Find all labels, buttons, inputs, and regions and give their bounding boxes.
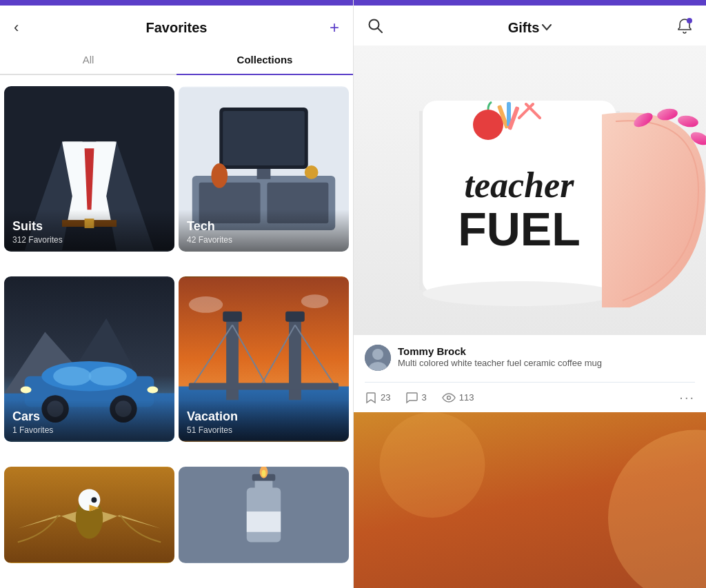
vacation-name: Vacation <box>187 409 341 424</box>
more-options-button[interactable]: ··· <box>679 389 695 405</box>
product-image: teacher FUEL <box>354 45 706 335</box>
cars-count: 1 Favorites <box>12 425 166 435</box>
svg-rect-15 <box>257 169 271 179</box>
bookmark-count: 23 <box>381 392 390 403</box>
bookmark-stat: 23 <box>365 392 390 404</box>
tab-all[interactable]: All <box>0 45 176 74</box>
svg-point-57 <box>262 470 266 477</box>
search-button[interactable] <box>367 18 383 37</box>
svg-rect-41 <box>223 312 242 322</box>
suits-count: 312 Favorites <box>12 235 166 245</box>
right-top-bar <box>354 0 706 6</box>
collection-card-vacation[interactable]: Vacation 51 Favorites <box>179 276 349 442</box>
svg-point-64 <box>423 281 616 306</box>
svg-point-78 <box>447 396 450 399</box>
svg-point-67 <box>473 110 503 140</box>
back-button[interactable]: ‹ <box>14 19 34 37</box>
svg-point-25 <box>89 367 127 386</box>
favorites-tabs: All Collections <box>0 45 353 75</box>
svg-rect-42 <box>285 312 305 322</box>
view-stat: 113 <box>442 392 474 403</box>
svg-point-76 <box>372 349 383 360</box>
svg-text:FUEL: FUEL <box>458 203 581 255</box>
suits-name: Suits <box>12 219 166 234</box>
add-collection-button[interactable]: + <box>330 18 339 37</box>
tab-collections[interactable]: Collections <box>176 45 353 74</box>
eagle-image <box>4 467 174 563</box>
tech-count: 42 Favorites <box>187 235 341 245</box>
notification-button[interactable] <box>677 18 692 37</box>
svg-text:teacher: teacher <box>465 165 575 205</box>
svg-rect-55 <box>247 511 281 532</box>
svg-point-24 <box>53 367 91 386</box>
svg-point-30 <box>147 387 158 394</box>
comment-count: 3 <box>421 392 426 403</box>
favorites-title: Favorites <box>146 20 208 36</box>
vacation-count: 51 Favorites <box>187 425 341 435</box>
svg-point-43 <box>189 296 223 313</box>
svg-point-16 <box>211 163 228 188</box>
svg-rect-14 <box>223 111 305 165</box>
collection-card-eagle[interactable] <box>4 467 174 563</box>
vacation-overlay: Vacation 51 Favorites <box>179 400 349 442</box>
svg-point-50 <box>91 497 97 503</box>
bottom-preview <box>354 412 706 588</box>
notification-badge <box>687 18 692 23</box>
svg-point-17 <box>305 165 319 179</box>
svg-point-31 <box>21 387 32 394</box>
collection-card-suits[interactable]: Suits 312 Favorites <box>4 86 174 252</box>
svg-rect-62 <box>419 111 423 290</box>
collection-card-cars[interactable]: Cars 1 Favorites <box>4 276 174 442</box>
svg-point-44 <box>301 294 329 308</box>
cars-overlay: Cars 1 Favorites <box>4 400 174 442</box>
tech-name: Tech <box>187 219 341 234</box>
chevron-down-icon <box>542 24 552 31</box>
product-info: Tommy Brock Multi colored white teacher … <box>354 335 706 382</box>
search-icon <box>367 18 383 33</box>
bottle-image <box>179 467 349 563</box>
seller-name: Tommy Brock <box>398 345 695 357</box>
svg-line-59 <box>378 28 382 32</box>
seller-row: Tommy Brock Multi colored white teacher … <box>365 345 695 371</box>
right-header: Gifts <box>354 6 706 45</box>
collection-card-bottle[interactable] <box>179 467 349 563</box>
bookmark-icon <box>365 392 377 404</box>
gifts-title: Gifts <box>508 20 540 36</box>
left-panel: ‹ Favorites + All Collections <box>0 0 354 588</box>
collections-grid: Suits 312 Favorites <box>0 82 353 588</box>
seller-info: Tommy Brock Multi colored white teacher … <box>398 345 695 369</box>
left-header: ‹ Favorites + <box>0 6 353 45</box>
left-top-bar <box>0 0 353 6</box>
product-description: Multi colored white teacher fuel ceramic… <box>398 357 695 369</box>
svg-point-81 <box>379 412 485 518</box>
svg-rect-40 <box>189 383 339 390</box>
avatar <box>365 345 391 371</box>
view-count: 113 <box>459 392 474 403</box>
right-panel: Gifts <box>354 0 706 588</box>
suits-overlay: Suits 312 Favorites <box>4 210 174 252</box>
cars-name: Cars <box>12 409 166 424</box>
tech-overlay: Tech 42 Favorites <box>179 210 349 252</box>
comment-stat: 3 <box>405 392 426 404</box>
product-stats: 23 3 113 ··· <box>354 383 706 412</box>
gifts-title-button[interactable]: Gifts <box>508 20 552 36</box>
collection-card-tech[interactable]: Tech 42 Favorites <box>179 86 349 252</box>
mug-illustration: teacher FUEL <box>354 45 706 335</box>
comment-icon <box>405 392 418 404</box>
views-icon <box>442 393 456 403</box>
